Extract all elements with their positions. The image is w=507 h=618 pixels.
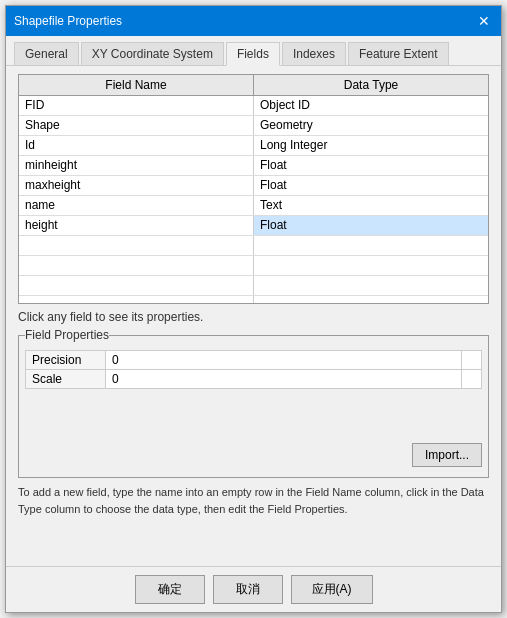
field-name-cell: minheight — [19, 156, 254, 175]
table-row[interactable]: Id Long Integer — [19, 136, 488, 156]
fp-table: Precision 0 Scale 0 — [25, 350, 482, 389]
fp-row-scale: Scale 0 — [26, 370, 482, 389]
tab-general[interactable]: General — [14, 42, 79, 65]
tab-xy-coordinate-system[interactable]: XY Coordinate System — [81, 42, 224, 65]
col-data-type: Data Type — [254, 75, 488, 95]
data-type-cell-empty — [254, 296, 488, 303]
table-row[interactable]: Shape Geometry — [19, 116, 488, 136]
fp-value-scale[interactable]: 0 — [106, 370, 462, 389]
title-bar: Shapefile Properties ✕ — [6, 6, 501, 36]
cancel-button[interactable]: 取消 — [213, 575, 283, 604]
field-name-cell: height — [19, 216, 254, 235]
table-header: Field Name Data Type — [19, 75, 488, 96]
fp-label-scale: Scale — [26, 370, 106, 389]
data-type-cell: Object ID — [254, 96, 488, 115]
table-row-empty[interactable] — [19, 256, 488, 276]
table-row-empty[interactable] — [19, 296, 488, 303]
import-button[interactable]: Import... — [412, 443, 482, 467]
dialog-title: Shapefile Properties — [14, 14, 122, 28]
tab-content: Field Name Data Type FID Object ID Shape… — [6, 66, 501, 566]
tab-fields[interactable]: Fields — [226, 42, 280, 66]
apply-button[interactable]: 应用(A) — [291, 575, 373, 604]
bottom-hint: To add a new field, type the name into a… — [18, 484, 489, 517]
tab-indexes[interactable]: Indexes — [282, 42, 346, 65]
fp-label-precision: Precision — [26, 351, 106, 370]
tab-feature-extent[interactable]: Feature Extent — [348, 42, 449, 65]
shapefile-properties-dialog: Shapefile Properties ✕ General XY Coordi… — [5, 5, 502, 613]
col-field-name: Field Name — [19, 75, 254, 95]
data-type-cell-empty — [254, 276, 488, 295]
data-type-cell: Float — [254, 176, 488, 195]
data-type-cell: Text — [254, 196, 488, 215]
import-area: Import... — [25, 443, 482, 467]
fp-row-precision: Precision 0 — [26, 351, 482, 370]
field-name-cell-empty — [19, 256, 254, 275]
field-properties-legend: Field Properties — [25, 328, 109, 342]
table-row[interactable]: name Text — [19, 196, 488, 216]
data-type-cell-empty — [254, 236, 488, 255]
fp-extra-scale — [462, 370, 482, 389]
field-name-cell: maxheight — [19, 176, 254, 195]
field-properties-group: Field Properties Precision 0 Scale 0 — [18, 328, 489, 478]
field-name-cell-empty — [19, 296, 254, 303]
table-row[interactable]: minheight Float — [19, 156, 488, 176]
fields-table: Field Name Data Type FID Object ID Shape… — [18, 74, 489, 304]
table-body[interactable]: FID Object ID Shape Geometry Id Long Int… — [19, 96, 488, 303]
fp-value-precision[interactable]: 0 — [106, 351, 462, 370]
data-type-cell: Long Integer — [254, 136, 488, 155]
field-name-cell: name — [19, 196, 254, 215]
data-type-cell: Float — [254, 216, 488, 235]
field-name-cell: Shape — [19, 116, 254, 135]
hint-text: Click any field to see its properties. — [18, 310, 489, 324]
field-name-cell: FID — [19, 96, 254, 115]
data-type-cell: Geometry — [254, 116, 488, 135]
tabs-bar: General XY Coordinate System Fields Inde… — [6, 36, 501, 66]
table-row-empty[interactable] — [19, 236, 488, 256]
ok-button[interactable]: 确定 — [135, 575, 205, 604]
data-type-cell-empty — [254, 256, 488, 275]
field-name-cell: Id — [19, 136, 254, 155]
field-name-cell-empty — [19, 276, 254, 295]
table-row-empty[interactable] — [19, 276, 488, 296]
footer: 确定 取消 应用(A) — [6, 566, 501, 612]
fp-extra-precision — [462, 351, 482, 370]
table-row[interactable]: FID Object ID — [19, 96, 488, 116]
table-row[interactable]: maxheight Float — [19, 176, 488, 196]
field-name-cell-empty — [19, 236, 254, 255]
data-type-cell: Float — [254, 156, 488, 175]
close-button[interactable]: ✕ — [475, 12, 493, 30]
table-row[interactable]: height Float — [19, 216, 488, 236]
